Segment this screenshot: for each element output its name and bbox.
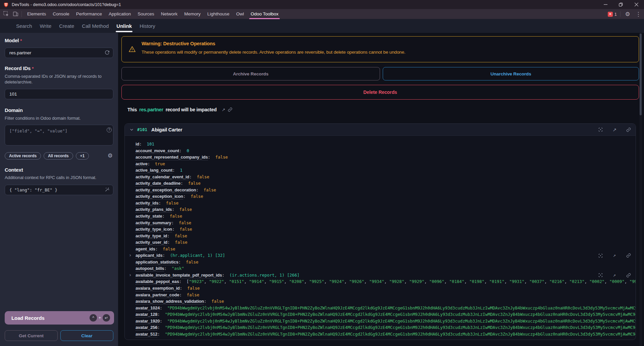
scan-record-icon[interactable] — [593, 127, 607, 132]
expand-chevron-icon[interactable]: › — [129, 252, 131, 259]
main-scrollbar[interactable] — [639, 33, 642, 346]
subnav-tab-search[interactable]: Search — [12, 19, 36, 33]
load-records-button[interactable]: Load Records ^ + ↵ — [5, 311, 114, 325]
field-row-available_invoice_template_pdf_report_ids[interactable]: ›available_invoice_template_pdf_report_i… — [125, 272, 636, 279]
field-row-account_represented_company_ids[interactable]: account_represented_company_ids: false — [125, 154, 636, 161]
scan-record-icon[interactable] — [593, 273, 607, 278]
minimize-button[interactable] — [598, 0, 613, 9]
devtools-tab-performance[interactable]: Performance — [73, 9, 105, 19]
inspect-element-icon[interactable] — [3, 11, 9, 17]
field-row-available_peppol_eas[interactable]: available_peppol_eas: ["9923", "9922", "… — [125, 278, 636, 285]
field-row-activity_calendar_event_id[interactable]: activity_calendar_event_id: false — [125, 174, 636, 180]
devtools-tab-network[interactable]: Network — [158, 9, 181, 19]
devtools-tab-elements[interactable]: Elements — [24, 9, 49, 19]
restore-button[interactable] — [613, 0, 629, 9]
field-row-activity_exception_decoration[interactable]: activity_exception_decoration: false — [125, 187, 636, 193]
scan-record-icon[interactable] — [593, 253, 607, 258]
field-colon: : — [180, 181, 188, 186]
filter-pill--1[interactable]: +1 — [76, 152, 89, 160]
error-count-badge[interactable]: ✕ 1 — [608, 12, 617, 17]
external-link-icon[interactable]: ↗ — [222, 107, 225, 112]
field-row-active_lang_count[interactable]: active_lang_count: 1 — [125, 167, 636, 174]
field-row-avalara_partner_code[interactable]: avalara_partner_code: false — [125, 292, 636, 298]
field-colon: : — [164, 266, 171, 271]
field-row-autopost_bills[interactable]: autopost_bills: "ask" — [125, 265, 636, 272]
devtools-tab-sources[interactable]: Sources — [134, 9, 158, 19]
link-icon[interactable] — [622, 127, 636, 132]
unarchive-records-button[interactable]: Unarchive Records — [383, 67, 639, 80]
filter-pill-active-records[interactable]: Active records — [5, 152, 41, 160]
field-row-activity_state[interactable]: activity_state: false — [125, 213, 636, 220]
devtools-tab-memory[interactable]: Memory — [181, 9, 204, 19]
domain-settings-gear-icon[interactable]: ⚙ — [108, 152, 113, 159]
field-row-agent_ids[interactable]: agent_ids: false — [125, 246, 636, 252]
settings-gear-icon[interactable]: ⚙ — [624, 11, 631, 18]
devtools-tab-owl[interactable]: Owl — [233, 9, 247, 19]
scrollbar-thumb[interactable] — [640, 34, 642, 115]
link-icon[interactable] — [228, 107, 232, 112]
subnav-tab-write[interactable]: Write — [36, 19, 55, 33]
model-reference: res.partner — [139, 107, 163, 112]
field-row-avatar_1920[interactable]: avatar_1920: "PD94bWwgdmVyc2lvbj0nMS4wJy… — [125, 318, 636, 325]
refresh-icon[interactable] — [105, 50, 110, 55]
archive-records-button[interactable]: Archive Records — [121, 67, 380, 80]
devtools-tab-application[interactable]: Application — [105, 9, 134, 19]
devtools-tab-odoo-toolbox[interactable]: Odoo Toolbox — [247, 9, 282, 19]
devtools-tab-console[interactable]: Console — [49, 9, 73, 19]
link-icon[interactable] — [622, 253, 636, 258]
field-colon: : — [172, 227, 179, 232]
field-row-activity_summary[interactable]: activity_summary: false — [125, 220, 636, 226]
subnav-tab-call-method[interactable]: Call Method — [78, 19, 112, 33]
field-row-active[interactable]: active: true — [125, 161, 636, 167]
expand-chevron-icon[interactable]: › — [129, 272, 131, 279]
domain-filter-pills: Active recordsAll records+1 — [5, 152, 89, 160]
subnav-tab-create[interactable]: Create — [55, 19, 78, 33]
field-row-id[interactable]: id: 101 — [125, 141, 636, 148]
field-colon: : — [204, 299, 211, 304]
field-row-avalara_show_address_validation[interactable]: avalara_show_address_validation: false — [125, 298, 636, 305]
field-row-account_move_count[interactable]: account_move_count: 0 — [125, 148, 636, 154]
field-row-activity_type_icon[interactable]: activity_type_icon: false — [125, 226, 636, 233]
field-row-activity_exception_icon[interactable]: activity_exception_icon: false — [125, 193, 636, 200]
external-link-icon[interactable]: ↗ — [607, 272, 622, 279]
context-input[interactable] — [5, 185, 113, 195]
domain-textarea[interactable] — [5, 125, 113, 146]
field-row-avatar_1024[interactable]: avatar_1024: "PD94bWwgdmVyc2lvbj0nMS4wJy… — [125, 305, 636, 311]
delete-records-button[interactable]: Delete Records — [121, 85, 639, 100]
filter-pill-all-records[interactable]: All records — [44, 152, 73, 160]
field-row-activity_ids[interactable]: activity_ids: false — [125, 200, 636, 207]
help-icon[interactable]: ? — [107, 127, 112, 132]
external-link-icon[interactable]: ↗ — [607, 252, 622, 259]
field-colon: : — [189, 174, 197, 179]
devtools-tab-lighthouse[interactable]: Lighthouse — [204, 9, 233, 19]
record-card-header[interactable]: #101 Abigail Carter ↗ — [125, 124, 636, 136]
close-button[interactable] — [629, 0, 644, 9]
subnav-tab-history[interactable]: History — [136, 19, 159, 33]
chevron-down-icon[interactable] — [129, 127, 134, 132]
field-row-activity_date_deadline[interactable]: activity_date_deadline: false — [125, 180, 636, 187]
field-row-activity_plans_ids[interactable]: activity_plans_ids: false — [125, 206, 636, 213]
field-value: , — [244, 279, 249, 284]
device-toolbar-icon[interactable] — [12, 11, 19, 17]
field-row-application_statistics[interactable]: application_statistics: false — [125, 259, 636, 266]
field-value: , — [204, 279, 209, 284]
field-value: "9922" — [209, 279, 224, 284]
field-row-avalara_exemption_id[interactable]: avalara_exemption_id: false — [125, 285, 636, 292]
get-current-button[interactable]: Get Current — [5, 330, 58, 341]
magic-wand-icon[interactable] — [105, 187, 110, 192]
field-name: agent_ids — [136, 246, 155, 252]
field-row-activity_type_id[interactable]: activity_type_id: false — [125, 233, 636, 239]
model-input[interactable] — [5, 48, 113, 58]
field-row-activity_user_id[interactable]: activity_user_id: false — [125, 239, 636, 246]
clear-button[interactable]: Clear — [60, 330, 113, 341]
field-row-avatar_512[interactable]: avatar_512: "PD94bWwgdmVyc2lvbj0nMS4wJyB… — [125, 331, 636, 338]
field-row-applicant_ids[interactable]: ›applicant_ids: (hr.applicant, 1) [32]↗ — [125, 252, 636, 259]
link-icon[interactable] — [622, 273, 636, 278]
external-link-icon[interactable]: ↗ — [607, 127, 622, 132]
field-value: "0184" — [449, 279, 464, 284]
subnav-tab-unlink[interactable]: Unlink — [113, 19, 136, 33]
kebab-menu-icon[interactable]: ⋮ — [635, 11, 642, 18]
record-ids-input[interactable] — [5, 89, 113, 99]
field-row-avatar_128[interactable]: avatar_128: "PD94bWwgdmVyc2lvbj0nMS4wJyB… — [125, 311, 636, 318]
field-row-avatar_256[interactable]: avatar_256: "PD94bWwgdmVyc2lvbj0nMS4wJyB… — [125, 324, 636, 331]
